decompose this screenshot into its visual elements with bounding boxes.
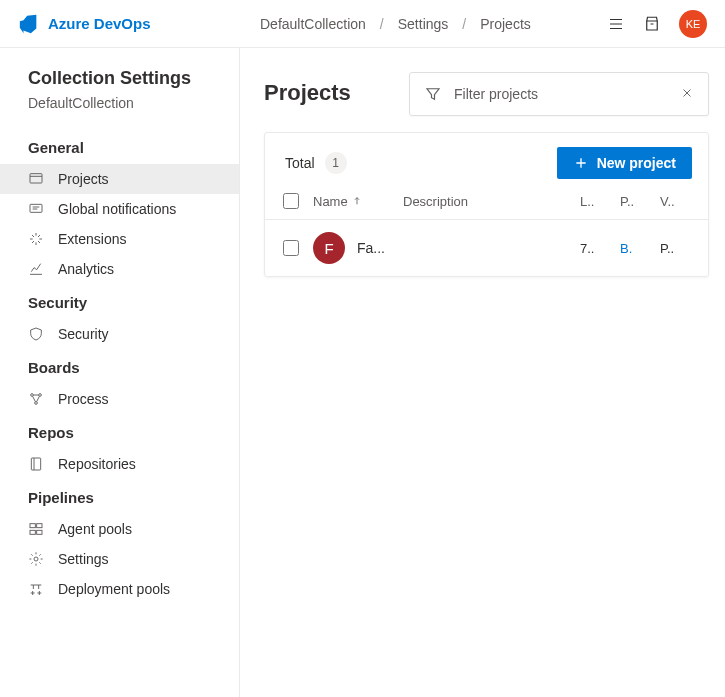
svg-point-2 (31, 394, 34, 397)
filter-box (409, 72, 709, 116)
extensions-icon (28, 231, 44, 247)
azure-devops-logo-icon (18, 13, 40, 35)
agent-pools-icon (28, 521, 44, 537)
project-name: Fa... (357, 240, 385, 256)
nav-group-repos: Repos (0, 414, 239, 449)
nav-item-analytics[interactable]: Analytics (0, 254, 239, 284)
gear-icon (28, 551, 44, 567)
svg-rect-0 (30, 174, 42, 183)
svg-rect-9 (37, 530, 42, 534)
total-label: Total (285, 155, 315, 171)
nav-item-extensions[interactable]: Extensions (0, 224, 239, 254)
nav-label: Projects (58, 171, 109, 187)
svg-rect-1 (30, 204, 42, 212)
breadcrumb-separator: / (462, 16, 466, 32)
svg-rect-7 (37, 524, 42, 528)
col-header-visibility[interactable]: V.. (660, 194, 700, 209)
nav-item-process[interactable]: Process (0, 384, 239, 414)
filter-input[interactable] (454, 86, 668, 102)
projects-icon (28, 171, 44, 187)
projects-card: Total 1 New project Name Description L.. (264, 132, 709, 277)
svg-point-4 (35, 402, 38, 405)
col-header-name[interactable]: Name (313, 194, 403, 209)
nav-label: Repositories (58, 456, 136, 472)
projects-table: Name Description L.. P.. V.. F Fa... 7. (265, 189, 708, 276)
nav-item-settings[interactable]: Settings (0, 544, 239, 574)
nav-item-notifications[interactable]: Global notifications (0, 194, 239, 224)
col-header-description[interactable]: Description (403, 194, 580, 209)
breadcrumb-settings[interactable]: Settings (398, 16, 449, 32)
project-visibility: P.. (660, 241, 700, 256)
table-row[interactable]: F Fa... 7.. B. P.. (265, 219, 708, 276)
deployment-pools-icon (28, 581, 44, 597)
nav-group-security: Security (0, 284, 239, 319)
nav-item-projects[interactable]: Projects (0, 164, 239, 194)
svg-rect-8 (30, 530, 35, 534)
nav-item-deployment-pools[interactable]: Deployment pools (0, 574, 239, 604)
brand[interactable]: Azure DevOps (10, 13, 240, 35)
topbar: Azure DevOps DefaultCollection / Setting… (0, 0, 725, 48)
list-icon[interactable] (607, 15, 625, 33)
sidebar-title: Collection Settings (0, 68, 239, 95)
nav-label: Analytics (58, 261, 114, 277)
user-avatar[interactable]: KE (679, 10, 707, 38)
page-title: Projects (264, 72, 351, 106)
plus-icon (573, 155, 589, 171)
notifications-icon (28, 201, 44, 217)
select-all-checkbox[interactable] (283, 193, 299, 209)
nav-label: Extensions (58, 231, 126, 247)
svg-rect-5 (31, 458, 40, 470)
breadcrumbs: DefaultCollection / Settings / Projects (240, 16, 607, 32)
sidebar-subtitle: DefaultCollection (0, 95, 239, 129)
svg-point-10 (34, 557, 38, 561)
col-header-last[interactable]: L.. (580, 194, 620, 209)
nav-label: Agent pools (58, 521, 132, 537)
total-count-badge: 1 (325, 152, 347, 174)
top-icons: KE (607, 10, 715, 38)
analytics-icon (28, 261, 44, 277)
filter-icon (424, 85, 442, 103)
nav-item-agent-pools[interactable]: Agent pools (0, 514, 239, 544)
nav-label: Process (58, 391, 109, 407)
brand-label: Azure DevOps (48, 15, 151, 32)
process-icon (28, 391, 44, 407)
new-project-label: New project (597, 155, 676, 171)
main-content: Projects Total 1 New project (240, 48, 725, 697)
project-avatar: F (313, 232, 345, 264)
nav-label: Security (58, 326, 109, 342)
project-last: 7.. (580, 241, 620, 256)
repo-icon (28, 456, 44, 472)
filter-close-icon[interactable] (680, 86, 694, 103)
nav-group-general: General (0, 129, 239, 164)
table-header: Name Description L.. P.. V.. (265, 189, 708, 219)
market-icon[interactable] (643, 15, 661, 33)
project-process[interactable]: B. (620, 241, 660, 256)
svg-point-3 (39, 394, 42, 397)
new-project-button[interactable]: New project (557, 147, 692, 179)
nav-group-pipelines: Pipelines (0, 479, 239, 514)
breadcrumb-separator: / (380, 16, 384, 32)
nav-label: Deployment pools (58, 581, 170, 597)
breadcrumb-collection[interactable]: DefaultCollection (260, 16, 366, 32)
sidebar: Collection Settings DefaultCollection Ge… (0, 48, 240, 697)
nav-label: Settings (58, 551, 109, 567)
col-header-process[interactable]: P.. (620, 194, 660, 209)
nav-label: Global notifications (58, 201, 176, 217)
nav-item-repositories[interactable]: Repositories (0, 449, 239, 479)
nav-group-boards: Boards (0, 349, 239, 384)
svg-rect-6 (30, 524, 35, 528)
breadcrumb-projects[interactable]: Projects (480, 16, 531, 32)
shield-icon (28, 326, 44, 342)
row-checkbox[interactable] (283, 240, 299, 256)
sort-asc-icon (352, 196, 362, 206)
nav-item-security[interactable]: Security (0, 319, 239, 349)
